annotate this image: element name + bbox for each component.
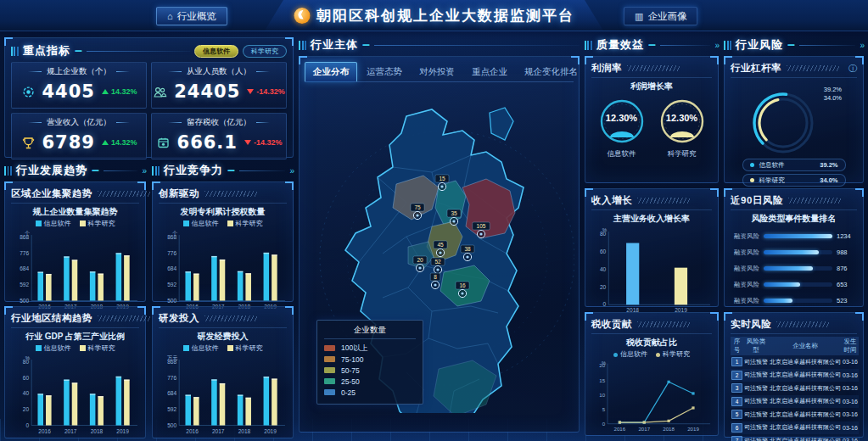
risk-rank-row: 融资风险1234 [731,228,857,244]
dash-decor: – [92,163,99,178]
chart-income-growth: 主营业务收入增长率%02040608020182019 [591,213,712,315]
gauge-label: 信息软件 [598,149,646,159]
chart-title: 税收贡献占比 [591,337,712,349]
nav-enterprise-portrait[interactable]: ▥ 企业画像 [624,7,697,25]
svg-text:45: 45 [437,242,444,248]
tab-企业分布[interactable]: 企业分布 [305,62,357,81]
svg-text:60: 60 [600,248,607,254]
legend-chip [324,356,335,362]
quality-column: 质量效益 – » 利润率 利润增长率 12.30% 信息软件 [585,37,719,436]
realtime-risk-row: 5司法预警北京启迪卓越科技有限公司03-16 [731,408,859,421]
more-arrows[interactable]: » [714,41,719,50]
stat-label: 营业收入（亿元） [12,117,146,128]
svg-text:0: 0 [26,422,30,428]
nav-industry-overview[interactable]: ⌂ 行业概览 [156,7,227,25]
svg-text:16: 16 [459,282,466,288]
realtime-risk-panel: 实时风险 序号风险类型企业名称发生时间 1司法预警北京启迪卓越科技有限公司03-… [724,312,864,438]
hatch-decor [627,65,680,71]
svg-text:5: 5 [602,406,606,412]
map-marker-8[interactable]: 8 [430,273,440,289]
svg-text:2016: 2016 [614,426,626,432]
svg-text:2019: 2019 [264,428,277,434]
stat-label: 留存税收（亿元） [152,117,286,128]
tax-icon [156,136,171,150]
recent-risk-panel: 近90日风险 风险类型事件数量排名 融资风险1234融资风险988融资风险876… [724,188,864,307]
line-decor [374,45,580,46]
section-bars-icon [152,166,160,176]
svg-text:8: 8 [434,274,437,280]
main-section-title: 行业主体 [311,37,358,53]
section-bars-icon [4,166,12,176]
center-column: 行业主体 – 企业分布运营态势对外投资重点企业规企变化排名 1575351054… [299,37,580,436]
more-arrows[interactable]: » [142,166,146,176]
svg-text:2017: 2017 [638,426,650,432]
dash-decor: – [362,37,370,53]
hatch-decor [204,191,257,197]
hatch-decor [788,198,841,204]
legend-chip [324,345,335,351]
risk-rank-row: 融资风险876 [731,260,857,276]
dash-decor: – [75,43,82,59]
svg-text:500: 500 [167,298,176,304]
svg-text:868: 868 [167,234,176,240]
stat-label: 从业人员数（人） [152,66,286,77]
more-arrows[interactable]: » [860,41,864,50]
svg-text:684: 684 [167,390,176,396]
risk-column: 行业风险 – » 行业杠杆率ⓘ 39.2% 34.0% 信息软件39.2%科学研… [724,37,864,438]
gauge-value: 12.30% [658,113,706,123]
chart-legend: 信息软件科学研究 [159,219,287,228]
stat-card-tax: 留存税收（亿元） 666.1 -14.32% [151,113,287,159]
stat-card-revenue: 营业收入（亿元） 6789 14.32% [11,113,147,159]
tab-运营态势[interactable]: 运营态势 [359,63,410,81]
stat-value: 666.1 [177,132,238,153]
stat-value: 24405 [174,81,240,102]
tab-对外投资[interactable]: 对外投资 [412,63,462,81]
agglomeration-subtitle: 区域企业集聚趋势 [11,187,92,200]
svg-text:38: 38 [464,246,471,252]
tax-subtitle: 税收贡献 [591,318,632,331]
chart-legend: 信息软件科学研究 [591,349,712,359]
dash-decor: – [227,163,235,178]
chart-patents: 发明专利累计授权数量信息软件科学研究个500592684776868201620… [159,206,287,311]
chart-title: 行业 GDP 占第三产业比例 [11,331,139,343]
svg-text:776: 776 [167,250,176,256]
realtime-risk-subtitle: 实时风险 [731,318,771,331]
line-decor [87,51,190,52]
risk-section-title: 行业风险 [736,37,783,53]
toggle-science-research[interactable]: 科学研究 [243,45,287,58]
toggle-info-software[interactable]: 信息软件 [194,45,238,58]
svg-text:2018: 2018 [238,428,251,434]
info-icon[interactable]: ⓘ [848,63,857,75]
more-arrows[interactable]: » [289,166,294,176]
tab-重点企业[interactable]: 重点企业 [464,63,515,81]
svg-text:20: 20 [417,257,423,263]
leverage-legend: 信息软件39.2%科学研究34.0% [731,159,857,187]
tax-panel: 税收贡献 税收贡献占比信息软件科学研究%05101520201620172018… [585,312,719,436]
gauge-info-software: 12.30% 信息软件 [598,98,646,159]
recent-risk-chart-title: 风险类型事件数量排名 [731,213,857,225]
risk-rank-row: 融资风险988 [731,244,857,260]
profit-panel: 利润率 利润增长率 12.30% 信息软件 12.30% [585,56,719,183]
svg-text:35: 35 [451,210,457,216]
svg-text:20: 20 [599,362,605,368]
svg-text:20: 20 [23,406,30,412]
income-subtitle: 收入增长 [591,194,632,207]
tab-规企变化排名[interactable]: 规企变化排名 [517,63,585,81]
stat-delta: -14.32% [247,87,285,96]
nav-overview-label: 行业概览 [177,10,216,23]
rnd-panel: 研发投入 研发经费投入信息软件科学研究万元5005926847768682016… [152,306,294,438]
svg-text:0: 0 [602,421,606,427]
gauge-value: 12.30% [598,113,646,123]
svg-text:80: 80 [600,231,607,237]
district-map[interactable]: 15753510545382052816 企业数量 100以上75-10050-… [305,84,574,413]
trend-column: 行业发展趋势 – » 区域企业集聚趋势 规上企业数量集聚趋势信息软件科学研究个5… [4,163,146,438]
svg-text:2019: 2019 [687,426,699,432]
line-decor [799,45,856,46]
quality-section-title: 质量效益 [596,37,644,53]
gauge-science-research: 12.30% 科学研究 [658,98,706,159]
svg-text:60: 60 [23,375,30,381]
employees-icon [153,85,167,99]
hatch-decor [98,315,150,321]
section-bars-icon [299,41,306,50]
competitiveness-section-title: 行业竞争力 [164,163,223,178]
